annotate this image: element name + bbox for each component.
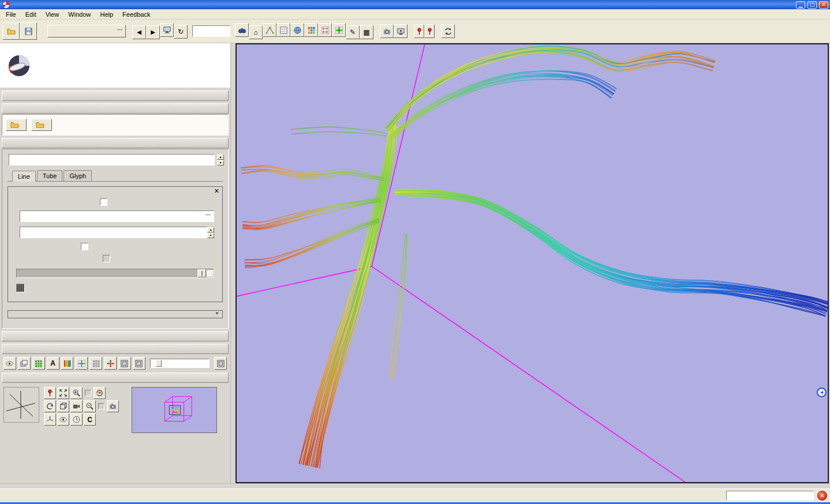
slice-opacity-slider[interactable]	[150, 359, 210, 368]
set-color-button[interactable]	[16, 284, 214, 292]
scalar-color-map-spinner: ▲ ▼	[207, 227, 214, 238]
menu-edit[interactable]: Edit	[21, 10, 41, 19]
section-display-header[interactable]	[2, 138, 229, 148]
slice-layout-2-button[interactable]	[133, 357, 145, 370]
view3d-visibility-button[interactable]	[57, 413, 69, 426]
layout-select-button[interactable]	[160, 23, 174, 37]
chevron-down-icon[interactable]: ▼	[215, 311, 219, 316]
slice-visibility-button[interactable]	[3, 357, 16, 370]
spin-up-button[interactable]: ▲	[207, 227, 214, 232]
view3d-timer-button[interactable]	[70, 413, 83, 426]
slice-layout-1-button[interactable]	[118, 357, 131, 370]
3d-viewport[interactable]: ◄	[235, 43, 829, 483]
view3d-axes-button[interactable]	[44, 413, 56, 426]
tab-glyph[interactable]: Glyph	[63, 170, 92, 181]
error-log-button[interactable]: ✕	[817, 491, 827, 501]
view3d-center-button[interactable]: C	[84, 413, 96, 426]
module-home-button[interactable]: ⌂	[249, 25, 263, 39]
module-fiducials-button[interactable]	[318, 23, 332, 37]
menubar: FileEditViewWindowHelpFeedback	[0, 9, 830, 20]
save-scene-button[interactable]	[20, 22, 37, 40]
module-measurements-button[interactable]	[263, 23, 276, 37]
spin-up-button[interactable]: ▲	[217, 155, 224, 160]
section-load-header[interactable]	[2, 103, 229, 114]
menu-view[interactable]: View	[41, 10, 64, 19]
view3d-spin-button[interactable]	[94, 387, 106, 399]
clipping-checkbox[interactable]	[103, 255, 110, 262]
fiberbundle-select[interactable]	[9, 154, 215, 166]
tab-line[interactable]: Line	[12, 171, 36, 182]
glyph-display-group[interactable]: ▼	[8, 310, 223, 318]
pin-tool-1-button[interactable]	[414, 24, 424, 38]
refresh-views-button[interactable]	[441, 24, 455, 38]
capture-icon	[397, 27, 405, 36]
status-message-field[interactable]	[726, 491, 814, 501]
scalar-color-visibility-checkbox[interactable]	[81, 243, 88, 250]
view3d-option-1-checkbox[interactable]	[85, 390, 91, 396]
slice-color-map-button[interactable]	[61, 357, 74, 370]
view3d-zoom-in-button[interactable]	[70, 387, 83, 399]
module-models-button[interactable]	[290, 23, 304, 37]
minimize-button[interactable]: ▁	[796, 1, 805, 9]
load-tractography-directory-button[interactable]	[31, 119, 52, 131]
color-by-scalar-select[interactable]	[20, 210, 214, 222]
tab-tube[interactable]: Tube	[37, 170, 63, 181]
view-controller-pin-button[interactable]: ◄	[817, 388, 827, 397]
section-3d-view-header[interactable]	[2, 373, 229, 383]
navigation-thumbnail[interactable]	[132, 387, 217, 433]
opacity-slider-handle[interactable]	[197, 269, 206, 277]
slice-pan-button[interactable]	[104, 357, 117, 370]
camrec-icon	[72, 402, 81, 411]
menu-help[interactable]: Help	[95, 10, 118, 19]
menu-file[interactable]: File	[1, 10, 21, 19]
module-data-button[interactable]: ▦	[360, 25, 373, 39]
spin-down-button[interactable]: ▼	[217, 160, 224, 166]
module-editor-button[interactable]	[332, 23, 346, 37]
module-annotate-button[interactable]: ✎	[346, 25, 360, 39]
eye-icon	[59, 415, 68, 424]
maximize-button[interactable]: ▢	[807, 1, 817, 9]
view3d-record-button[interactable]	[70, 400, 83, 412]
slice-spatial-units-button[interactable]	[89, 357, 102, 370]
view3d-rock-button[interactable]	[44, 400, 56, 412]
view3d-snapshot-button[interactable]	[107, 400, 119, 412]
load-tractography-button[interactable]	[6, 119, 27, 131]
close-group-icon[interactable]: ✕	[213, 187, 220, 195]
slice-crosshair-button[interactable]	[75, 357, 88, 370]
section-help-header[interactable]	[2, 91, 229, 101]
view3d-option-2-checkbox[interactable]	[98, 403, 104, 409]
history-forward-button[interactable]: ▶	[146, 25, 160, 39]
pin-tool-2-button[interactable]	[424, 24, 435, 38]
spin-down-button[interactable]: ▼	[207, 233, 214, 238]
close-button[interactable]: ✕	[819, 1, 828, 9]
view3d-zoom-out-button[interactable]	[84, 400, 96, 412]
opacity-slider[interactable]	[16, 269, 214, 278]
scalar-color-map-select[interactable]	[20, 227, 207, 238]
color-swatch[interactable]	[16, 284, 25, 292]
slice-opacity-slider-handle[interactable]	[156, 360, 162, 367]
menu-window[interactable]: Window	[63, 10, 95, 19]
slice-layers-button[interactable]	[18, 357, 31, 370]
module-search-input[interactable]	[192, 25, 230, 37]
history-back-button[interactable]: ◀	[132, 25, 146, 39]
section-slice-views-header[interactable]	[2, 344, 229, 354]
section-save-header[interactable]	[2, 331, 229, 341]
slice-label-map-button[interactable]	[32, 357, 45, 370]
screen-capture-button[interactable]	[380, 24, 394, 38]
orientation-axes-widget[interactable]	[3, 387, 39, 423]
module-transforms-button[interactable]	[304, 23, 318, 37]
view3d-ortho-button[interactable]	[57, 400, 69, 412]
menu-feedback[interactable]: Feedback	[118, 10, 155, 19]
load-scene-button[interactable]	[2, 22, 20, 40]
screen-snapshot-button[interactable]	[394, 24, 407, 38]
reload-module-button[interactable]: ↻	[174, 25, 188, 39]
slice-layout-3-button[interactable]	[214, 357, 227, 370]
modules-select[interactable]	[47, 25, 126, 37]
view3d-pick-button[interactable]	[44, 387, 56, 399]
module-search-button[interactable]	[235, 23, 249, 37]
view3d-expand-button[interactable]	[57, 387, 69, 399]
slice-annotation-button[interactable]: A	[47, 357, 59, 370]
module-volumes-button[interactable]	[276, 23, 290, 37]
visibility-checkbox[interactable]	[100, 198, 107, 206]
cross-icon	[77, 359, 86, 368]
